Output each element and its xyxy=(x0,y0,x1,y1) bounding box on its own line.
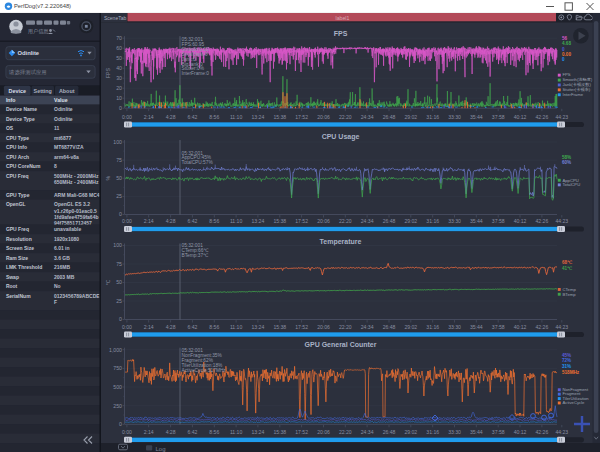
svg-text:F: F xyxy=(54,299,57,305)
svg-text:11:10: 11:10 xyxy=(230,114,243,120)
svg-text:750: 750 xyxy=(113,365,122,371)
svg-text:40:12: 40:12 xyxy=(514,114,527,120)
svg-text:3.6 GB: 3.6 GB xyxy=(54,255,70,261)
svg-text:17:52: 17:52 xyxy=(295,324,308,330)
svg-text:TotalCPU:57%: TotalCPU:57% xyxy=(182,160,214,165)
svg-text:Device Type: Device Type xyxy=(6,116,35,122)
svg-text:22:20: 22:20 xyxy=(339,218,352,224)
svg-text:Device Name: Device Name xyxy=(6,106,37,112)
svg-text:1,000: 1,000 xyxy=(109,347,122,353)
svg-text:2:14: 2:14 xyxy=(144,324,154,330)
svg-text:70: 70 xyxy=(116,35,122,41)
svg-text:CPU CoreNum: CPU CoreNum xyxy=(6,163,41,169)
svg-text:Info: Info xyxy=(6,97,16,103)
svg-text:6:42: 6:42 xyxy=(187,114,197,120)
svg-text:25: 25 xyxy=(116,298,122,304)
svg-text:InterFrame:0: InterFrame:0 xyxy=(182,71,210,76)
svg-text:ActiveCycle: ActiveCycle xyxy=(563,400,586,405)
svg-text:用户信息: 用户信息 xyxy=(28,28,50,35)
svg-text:31:16: 31:16 xyxy=(426,429,439,435)
svg-text:15:38: 15:38 xyxy=(273,114,286,120)
svg-text:11:10: 11:10 xyxy=(230,324,243,330)
svg-text:100: 100 xyxy=(113,139,122,145)
svg-text:35:44: 35:44 xyxy=(470,429,483,435)
svg-text:BTemp:37℃: BTemp:37℃ xyxy=(182,253,210,258)
svg-text:216MB: 216MB xyxy=(54,264,71,270)
svg-text:10: 10 xyxy=(116,95,122,101)
svg-text:0: 0 xyxy=(119,211,122,217)
svg-text:11:10: 11:10 xyxy=(230,218,243,224)
svg-text:LMK Threshold: LMK Threshold xyxy=(6,264,42,270)
svg-text:35:44: 35:44 xyxy=(470,218,483,224)
svg-text:GPU Freq: GPU Freq xyxy=(6,226,29,232)
svg-text:22:20: 22:20 xyxy=(339,114,352,120)
svg-text:unavailable: unavailable xyxy=(54,226,81,232)
svg-text:OpenGL ES 3.2: OpenGL ES 3.2 xyxy=(54,201,90,207)
svg-text:518MHz: 518MHz xyxy=(562,370,580,375)
svg-text:40:12: 40:12 xyxy=(514,324,527,330)
svg-text:0123456789ABCDE: 0123456789ABCDE xyxy=(54,293,100,299)
svg-text:13:24: 13:24 xyxy=(252,429,265,435)
svg-text:Value: Value xyxy=(54,97,68,103)
svg-text:60%: 60% xyxy=(562,160,571,165)
svg-text:13:24: 13:24 xyxy=(252,218,265,224)
svg-text:CPU Info: CPU Info xyxy=(6,144,27,150)
svg-text:BTemp: BTemp xyxy=(563,292,577,297)
svg-text:TotalCPU: TotalCPU xyxy=(563,182,581,187)
svg-text:6:42: 6:42 xyxy=(187,429,197,435)
svg-text:6.01 in: 6.01 in xyxy=(54,245,70,251)
svg-text:4:28: 4:28 xyxy=(166,429,176,435)
svg-text:请选择测试应用: 请选择测试应用 xyxy=(8,69,47,76)
svg-text:17:52: 17:52 xyxy=(295,429,308,435)
svg-text:FPS: FPS xyxy=(105,68,111,79)
svg-text:11: 11 xyxy=(54,125,60,131)
svg-text:17:52: 17:52 xyxy=(295,114,308,120)
svg-text:0:00: 0:00 xyxy=(122,429,132,435)
svg-text:500MHz - 2000MHz: 500MHz - 2000MHz xyxy=(54,173,99,179)
svg-text:Resolution: Resolution xyxy=(6,236,32,242)
svg-text:40: 40 xyxy=(116,65,122,71)
svg-text:50: 50 xyxy=(116,55,122,61)
svg-text:8:56: 8:56 xyxy=(209,429,219,435)
svg-text:1920x1080: 1920x1080 xyxy=(54,236,79,242)
svg-text:58%: 58% xyxy=(562,155,571,160)
svg-text:75: 75 xyxy=(116,261,122,267)
svg-text:1fd9afee4759fa64b: 1fd9afee4759fa64b xyxy=(54,214,98,220)
svg-text:31:16: 31:16 xyxy=(426,218,439,224)
svg-text:CPU Arch: CPU Arch xyxy=(6,154,29,160)
svg-text:31%: 31% xyxy=(562,364,571,369)
svg-text:37:58: 37:58 xyxy=(492,324,505,330)
svg-text:Odinlite: Odinlite xyxy=(18,50,40,56)
svg-text:37:58: 37:58 xyxy=(492,429,505,435)
svg-text:MT6877V/ZA: MT6877V/ZA xyxy=(54,144,84,150)
svg-text:20: 20 xyxy=(116,85,122,91)
svg-text:33:30: 33:30 xyxy=(448,324,461,330)
svg-text:33:30: 33:30 xyxy=(448,218,461,224)
svg-text:SerialNum: SerialNum xyxy=(6,293,31,299)
svg-text:44:23: 44:23 xyxy=(555,324,568,330)
svg-text:0: 0 xyxy=(562,47,565,52)
svg-text:11:10: 11:10 xyxy=(230,429,243,435)
svg-text:mt6877: mt6877 xyxy=(54,135,71,141)
svg-text:6:42: 6:42 xyxy=(187,324,197,330)
svg-text:35:44: 35:44 xyxy=(470,324,483,330)
svg-text:Root: Root xyxy=(6,283,18,289)
svg-text:OS: OS xyxy=(6,125,14,131)
svg-text:label1: label1 xyxy=(336,15,350,21)
svg-text:26:48: 26:48 xyxy=(383,114,396,120)
svg-text:37:58: 37:58 xyxy=(492,218,505,224)
svg-text:29:02: 29:02 xyxy=(404,324,417,330)
svg-text:68℃: 68℃ xyxy=(562,260,572,265)
svg-text:Device: Device xyxy=(9,88,26,94)
svg-text:8:56: 8:56 xyxy=(209,218,219,224)
svg-text:0: 0 xyxy=(119,316,122,322)
svg-text:FPS: FPS xyxy=(334,30,348,37)
svg-text:22:20: 22:20 xyxy=(339,429,352,435)
svg-text:Screen Size: Screen Size xyxy=(6,245,34,251)
svg-text:CPU Freq: CPU Freq xyxy=(6,173,29,179)
svg-text:2:14: 2:14 xyxy=(144,429,154,435)
svg-text:42:26: 42:26 xyxy=(536,114,549,120)
svg-text:26:48: 26:48 xyxy=(383,218,396,224)
svg-text:17:52: 17:52 xyxy=(295,218,308,224)
svg-text:41℃: 41℃ xyxy=(562,266,572,271)
